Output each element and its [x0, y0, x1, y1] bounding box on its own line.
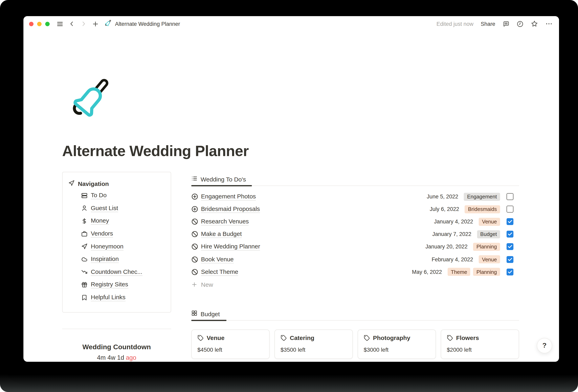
todo-date[interactable]: May 6, 2022 — [412, 269, 442, 275]
todo-checkbox[interactable] — [507, 256, 513, 263]
todo-date[interactable]: January 20, 2022 — [426, 244, 468, 250]
budget-card-remaining: $3500 left — [281, 347, 347, 353]
sidebar-item-registry-sites[interactable]: Registry Sites — [81, 278, 171, 291]
navigation-header: Navigation — [68, 179, 171, 188]
todo-task-title[interactable]: Make a Budget — [201, 230, 242, 238]
tab-budget-label: Budget — [201, 310, 220, 317]
todo-tags: Planning — [473, 243, 500, 251]
briefcase-icon — [81, 230, 88, 237]
sidebar-item-inspiration[interactable]: Inspiration — [81, 253, 171, 265]
budget-card-remaining: $3000 left — [364, 347, 430, 353]
budget-card-photography[interactable]: Photography$3000 left — [358, 330, 436, 359]
todo-checkbox[interactable] — [507, 268, 513, 275]
tag-budget[interactable]: Budget — [477, 230, 500, 238]
comments-icon — [503, 20, 509, 27]
section-divider — [191, 320, 519, 321]
todo-row: Book VenueFebruary 4, 2022Venue — [191, 253, 513, 265]
budget-card-catering[interactable]: Catering$3500 left — [275, 330, 353, 359]
history-icon[interactable] — [517, 20, 524, 27]
menu-icon[interactable] — [56, 20, 63, 27]
zoom-button[interactable] — [45, 22, 50, 26]
sidebar-item-label: Helpful Links — [91, 294, 126, 301]
favorite-star-icon — [531, 20, 538, 27]
paper-plane-icon — [68, 180, 75, 187]
sidebar-item-label: Money — [91, 217, 109, 225]
budget-card-flowers[interactable]: Flowers$2000 left — [441, 330, 519, 359]
gift-icon — [81, 281, 88, 288]
todo-tags: Venue — [479, 255, 500, 263]
todo-task-title[interactable]: Bridesmaid Proposals — [201, 205, 260, 213]
todo-date[interactable]: January 7, 2022 — [432, 231, 472, 237]
tag-engagement[interactable]: Engagement — [464, 193, 500, 201]
close-button[interactable] — [29, 22, 34, 26]
navigation-header-label: Navigation — [78, 180, 109, 187]
todo-row: Select ThemeMay 6, 2022ThemePlanning — [191, 265, 513, 278]
back-button[interactable] — [69, 21, 75, 27]
todo-date[interactable]: January 4, 2022 — [434, 218, 473, 225]
todo-task-title[interactable]: Book Venue — [201, 256, 234, 263]
todo-row: Bridesmaid ProposalsJuly 6, 2022Bridesma… — [191, 203, 513, 215]
tag-theme[interactable]: Theme — [448, 268, 470, 276]
new-page-button[interactable] — [92, 20, 99, 27]
tag-bridesmaids[interactable]: Bridesmaids — [465, 205, 500, 213]
todo-checkbox[interactable] — [507, 231, 513, 238]
sidebar-item-to-do[interactable]: To Do — [81, 189, 171, 202]
forward-button[interactable] — [80, 21, 87, 27]
budget-card-gallery: Venue$4500 leftCatering$3500 leftPhotogr… — [191, 330, 519, 359]
window-controls — [29, 22, 50, 26]
todo-task-title[interactable]: Engagement Photos — [201, 193, 256, 200]
bell-icon — [69, 75, 114, 120]
bell-icon — [104, 19, 112, 27]
page-title[interactable]: Alternate Wedding Planner — [62, 142, 249, 161]
todo-date[interactable]: July 6, 2022 — [430, 206, 459, 212]
circle-slash-icon-wrap — [191, 218, 198, 225]
page-title-breadcrumb: Alternate Wedding Planner — [115, 21, 180, 27]
todo-date[interactable]: February 4, 2022 — [432, 256, 473, 262]
budget-card-remaining: $2000 left — [447, 347, 513, 353]
todo-checkbox[interactable] — [507, 193, 513, 200]
tag-venue[interactable]: Venue — [479, 255, 500, 263]
todo-tags: Venue — [479, 218, 500, 226]
tab-wedding-todos[interactable]: Wedding To Do's — [191, 175, 246, 183]
user-icon — [81, 205, 88, 212]
sidebar-item-vendors[interactable]: Vendors — [81, 227, 171, 240]
more-icon[interactable] — [545, 20, 553, 27]
todo-checkbox[interactable] — [507, 206, 513, 213]
tag-planning[interactable]: Planning — [473, 243, 500, 251]
circle-plus-icon — [191, 206, 198, 213]
todo-checkbox[interactable] — [507, 218, 513, 225]
tag-icon — [364, 335, 370, 341]
page-bell-icon[interactable] — [69, 75, 114, 122]
share-button[interactable]: Share — [481, 21, 495, 27]
tag-planning[interactable]: Planning — [473, 268, 500, 276]
todo-date[interactable]: June 5, 2022 — [427, 194, 458, 200]
tag-venue[interactable]: Venue — [479, 218, 500, 226]
todo-task-title[interactable]: Select Theme — [201, 268, 238, 276]
todo-checkbox[interactable] — [507, 243, 513, 250]
tab-wedding-todos-label: Wedding To Do's — [201, 176, 246, 182]
sidebar-item-helpful-links[interactable]: Helpful Links — [81, 291, 171, 304]
breadcrumb[interactable]: Alternate Wedding Planner — [104, 19, 180, 28]
todo-row: Engagement PhotosJune 5, 2022Engagement — [191, 190, 513, 203]
sidebar-item-guest-list[interactable]: Guest List — [81, 202, 171, 215]
minimize-button[interactable] — [37, 22, 42, 26]
circle-slash-icon-wrap — [191, 256, 198, 263]
sidebar-item-label: Registry Sites — [91, 281, 128, 289]
paper-plane-icon — [68, 180, 75, 186]
todo-task-title[interactable]: Hire Wedding Planner — [201, 243, 260, 251]
check-icon — [507, 269, 513, 274]
sidebar-item-countdown-chec[interactable]: Countdown Chec... — [81, 265, 171, 278]
new-todo-button[interactable]: New — [191, 278, 513, 291]
sidebar-item-money[interactable]: Money — [81, 215, 171, 227]
sidebar-item-honeymoon[interactable]: Honeymoon — [81, 240, 171, 253]
tab-budget[interactable]: Budget — [191, 310, 220, 317]
favorite-star-icon[interactable] — [531, 20, 538, 27]
circle-slash-icon-wrap — [191, 231, 198, 238]
budget-card-name: Flowers — [456, 334, 479, 341]
todo-task-title[interactable]: Research Venues — [201, 218, 249, 225]
countdown-value: 4m 4w 1d ago — [62, 354, 171, 361]
comments-icon[interactable] — [503, 20, 509, 27]
todo-row: Make a BudgetJanuary 7, 2022Budget — [191, 228, 513, 241]
help-button[interactable]: ? — [537, 338, 552, 353]
budget-card-venue[interactable]: Venue$4500 left — [191, 330, 270, 359]
